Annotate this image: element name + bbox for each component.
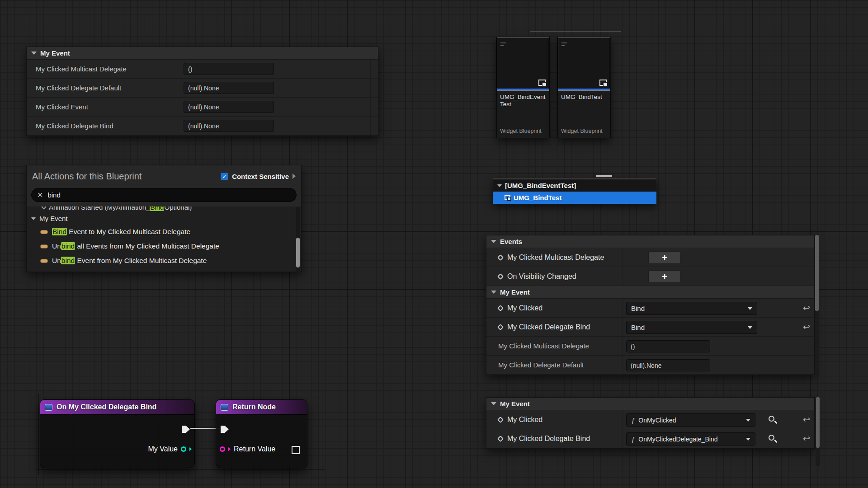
thumbnail-detail xyxy=(500,45,504,46)
event-row-on-visibility-changed: On Visibility Changed + xyxy=(486,267,814,286)
column-divider xyxy=(623,267,623,286)
bind-dropdown[interactable]: Bind xyxy=(626,321,757,334)
reset-to-default-icon[interactable]: ↩ xyxy=(803,433,810,444)
collapse-arrow-icon[interactable] xyxy=(497,184,502,187)
hierarchy-selected-label: UMG_BindTest xyxy=(514,194,561,202)
property-value-field[interactable]: (null).None xyxy=(626,359,710,371)
section-header-my-event[interactable]: My Event xyxy=(27,47,378,60)
thumbnail-detail xyxy=(500,42,506,43)
add-event-button[interactable]: + xyxy=(648,251,681,264)
exec-output-pin[interactable] xyxy=(182,426,190,433)
property-value-field[interactable]: () xyxy=(626,340,710,352)
match-highlight: Bind xyxy=(52,228,67,235)
section-header-my-event[interactable]: My Event xyxy=(486,286,814,299)
category-label: My Event xyxy=(39,215,68,222)
asset-type: Widget Blueprint xyxy=(561,128,607,134)
function-dropdown[interactable]: ƒ OnMyClicked xyxy=(626,413,755,427)
return-value-checkbox[interactable] xyxy=(292,446,300,454)
collapse-arrow-icon xyxy=(31,217,36,220)
hierarchy-root-row[interactable]: [UMG_BindEventTest] xyxy=(493,179,656,192)
scrollbar-thumb[interactable] xyxy=(296,238,300,267)
reset-to-default-icon[interactable]: ↩ xyxy=(803,322,810,332)
widget-blueprint-icon xyxy=(538,80,546,86)
data-pin-icon[interactable] xyxy=(220,446,225,452)
asset-thumbnail[interactable] xyxy=(558,38,610,91)
asset-thumbnail[interactable] xyxy=(497,38,549,91)
scrollbar-track[interactable] xyxy=(815,235,819,376)
clear-search-icon[interactable]: ✕ xyxy=(37,191,43,199)
output-pin-my-value[interactable]: My Value xyxy=(148,445,192,453)
search-bar[interactable]: ✕ xyxy=(31,188,297,202)
property-value-field[interactable]: (null).None xyxy=(184,82,274,94)
context-sensitive-label: Context Sensitive xyxy=(232,173,289,180)
add-event-button[interactable]: + xyxy=(648,270,681,283)
details-panel-right: Events My Clicked Multicast Delegate + O… xyxy=(486,235,815,375)
dropdown-value: OnMyClicked xyxy=(638,417,742,424)
section-header-events[interactable]: Events xyxy=(486,235,814,248)
scrollbar-track[interactable] xyxy=(816,397,820,466)
details-row-my-clicked-delegate-bind: My Clicked Delegate Bind ƒ OnMyClickedDe… xyxy=(486,429,814,448)
property-row: My Clicked Multicast Delegate () xyxy=(486,337,814,356)
all-actions-menu: All Actions for this Blueprint ✓ Context… xyxy=(26,165,302,272)
event-label: On Visibility Changed xyxy=(507,272,576,281)
match-highlight: bind xyxy=(61,257,75,264)
data-pin-icon[interactable] xyxy=(181,446,186,452)
event-label: My Clicked xyxy=(507,304,542,312)
action-item-unbind-all[interactable]: Unbind all Events from My Clicked Multic… xyxy=(27,239,301,253)
property-label: My Clicked Event xyxy=(27,103,184,111)
browse-to-function-icon[interactable] xyxy=(769,416,774,422)
pin-label: My Value xyxy=(148,445,178,453)
asset-umg-bindeventtest[interactable]: UMG_BindEventTest Widget Blueprint xyxy=(496,37,550,138)
property-value-field[interactable]: (null).None xyxy=(184,120,274,132)
asset-color-bar xyxy=(497,89,549,90)
scrollbar-thumb[interactable] xyxy=(816,397,820,448)
property-label: My Clicked Multicast Delegate xyxy=(498,342,589,350)
function-dropdown[interactable]: ƒ OnMyClickedDelegate_Bind xyxy=(626,432,755,446)
column-divider xyxy=(623,356,623,374)
chevron-right-icon[interactable] xyxy=(292,174,296,179)
bind-dropdown[interactable]: Bind xyxy=(626,302,757,315)
widget-blueprint-icon xyxy=(599,80,607,86)
section-title: My Event xyxy=(40,49,70,57)
node-title: On My Clicked Delegate Bind xyxy=(57,403,156,411)
action-item-clipped[interactable]: Animation Started (MyAnimation_BindOptio… xyxy=(27,206,301,212)
context-sensitive-toggle[interactable]: ✓ Context Sensitive xyxy=(221,173,296,180)
property-value-field[interactable]: (null).None xyxy=(184,101,274,113)
node-header[interactable]: On My Clicked Delegate Bind xyxy=(40,400,194,415)
browse-to-function-icon[interactable] xyxy=(769,435,774,441)
details-panel-bottom-right: My Event My Clicked ƒ OnMyClicked ↩ My C… xyxy=(486,397,815,449)
function-result-icon xyxy=(221,404,228,411)
property-value-field[interactable]: () xyxy=(184,63,274,75)
column-divider xyxy=(623,248,623,267)
collapse-arrow-icon xyxy=(31,52,37,55)
event-pin-icon xyxy=(497,273,504,279)
collapse-arrow-icon xyxy=(491,402,496,405)
asset-color-bar xyxy=(558,89,610,90)
input-pin-return-value[interactable]: Return Value xyxy=(220,445,275,453)
exec-input-pin[interactable] xyxy=(221,426,229,433)
reset-to-default-icon[interactable]: ↩ xyxy=(803,414,810,425)
reset-to-default-icon[interactable]: ↩ xyxy=(803,303,810,313)
hierarchy-selected-row[interactable]: UMG_BindTest xyxy=(493,192,656,204)
chevron-down-icon xyxy=(748,307,752,310)
action-item-bind-event[interactable]: Bind Event to My Clicked Multicast Deleg… xyxy=(27,225,301,239)
section-header-my-event[interactable]: My Event xyxy=(486,398,814,410)
node-on-my-clicked-delegate-bind[interactable]: On My Clicked Delegate Bind My Value xyxy=(40,399,195,468)
node-header[interactable]: Return Node xyxy=(216,400,307,415)
action-item-label: Animation Started (MyAnimation_BindOptio… xyxy=(49,206,192,211)
action-item-unbind-event[interactable]: Unbind Event from My Clicked Multicast D… xyxy=(27,253,301,268)
property-row: My Clicked Delegate Bind (null).None xyxy=(27,117,378,136)
actions-menu-title: All Actions for this Blueprint xyxy=(32,171,142,182)
widget-blueprint-icon xyxy=(505,195,510,200)
category-my-event[interactable]: My Event xyxy=(27,212,301,225)
window-edge xyxy=(596,175,612,177)
event-pin-icon xyxy=(497,324,504,330)
search-input[interactable] xyxy=(47,191,291,199)
event-row-multicast-delegate: My Clicked Multicast Delegate + xyxy=(486,248,814,267)
scrollbar-thumb[interactable] xyxy=(815,235,819,311)
asset-umg-bindtest[interactable]: UMG_BindTest Widget Blueprint xyxy=(557,37,611,138)
dropdown-value: Bind xyxy=(631,305,744,312)
checkbox-checked-icon[interactable]: ✓ xyxy=(221,173,228,180)
node-return-node[interactable]: Return Node Return Value xyxy=(216,399,307,468)
function-icon: ƒ xyxy=(631,416,635,424)
